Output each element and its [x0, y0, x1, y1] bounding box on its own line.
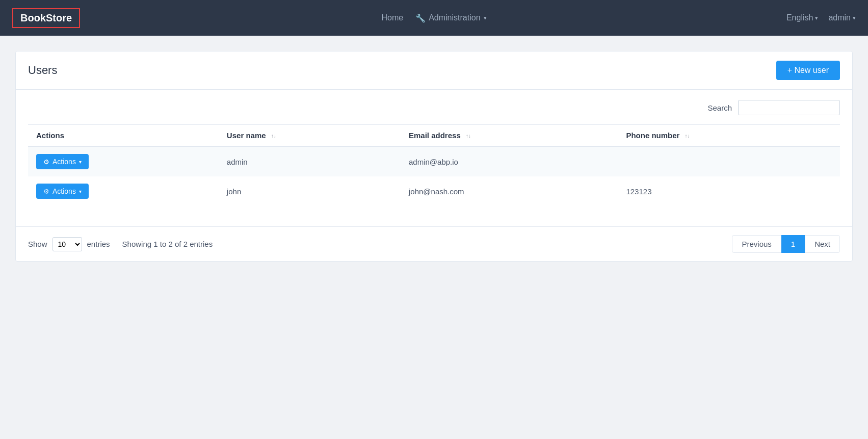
- col-email[interactable]: Email address ↑↓: [401, 125, 618, 147]
- users-table: Actions User name ↑↓ Email address ↑↓ Ph…: [28, 124, 840, 206]
- card-body: Search Actions User name ↑↓: [16, 90, 852, 216]
- admin-dropdown-arrow: ▾: [484, 15, 487, 21]
- nav-home[interactable]: Home: [381, 13, 403, 22]
- actions-label: Actions: [52, 158, 76, 166]
- cell-email-1: john@nash.com: [401, 176, 618, 206]
- actions-button-1[interactable]: ⚙Actions▾: [36, 184, 89, 199]
- previous-button[interactable]: Previous: [732, 235, 781, 253]
- cell-actions-0: ⚙Actions▾: [28, 146, 219, 176]
- users-card: Users + New user Search Actions User: [15, 51, 853, 262]
- table-header: Actions User name ↑↓ Email address ↑↓ Ph…: [28, 125, 840, 147]
- phone-sort-icon: ↑↓: [685, 134, 690, 139]
- language-label: English: [786, 13, 813, 22]
- entries-per-page-select[interactable]: 10 25 50 100: [52, 237, 82, 251]
- username-sort-icon: ↑↓: [271, 134, 276, 139]
- actions-label: Actions: [52, 187, 76, 195]
- main-content: Users + New user Search Actions User: [0, 36, 868, 277]
- show-label: Show: [28, 240, 47, 248]
- col-username-label: User name: [227, 131, 266, 140]
- col-phone[interactable]: Phone number ↑↓: [618, 125, 840, 147]
- actions-button-0[interactable]: ⚙Actions▾: [36, 154, 89, 169]
- navbar-right: English ▾ admin ▾: [786, 13, 856, 22]
- search-row: Search: [28, 100, 840, 115]
- new-user-button[interactable]: + New user: [776, 61, 840, 80]
- language-dropdown-arrow: ▾: [815, 15, 818, 21]
- cell-phone-1: 123123: [618, 176, 840, 206]
- card-header: Users + New user: [16, 51, 852, 90]
- user-label: admin: [828, 13, 851, 22]
- actions-caret: ▾: [79, 189, 82, 194]
- page-title: Users: [28, 64, 57, 77]
- wrench-icon: 🔧: [415, 13, 426, 23]
- cell-username-1: john: [219, 176, 401, 206]
- user-menu[interactable]: admin ▾: [828, 13, 856, 22]
- table-header-row: Actions User name ↑↓ Email address ↑↓ Ph…: [28, 125, 840, 147]
- entries-info: Showing 1 to 2 of 2 entries: [122, 240, 213, 248]
- cell-username-0: admin: [219, 146, 401, 176]
- col-actions: Actions: [28, 125, 219, 147]
- nav-admin-label: Administration: [429, 13, 480, 22]
- page-1-button[interactable]: 1: [781, 235, 805, 253]
- cell-email-0: admin@abp.io: [401, 146, 618, 176]
- brand-logo[interactable]: BookStore: [12, 8, 80, 28]
- card-footer: Show 10 25 50 100 entries Showing 1 to 2…: [16, 226, 852, 261]
- navbar: BookStore Home 🔧 Administration ▾ Englis…: [0, 0, 868, 36]
- next-button[interactable]: Next: [805, 235, 840, 253]
- entries-label: entries: [87, 240, 110, 248]
- col-username[interactable]: User name ↑↓: [219, 125, 401, 147]
- col-actions-label: Actions: [36, 131, 64, 140]
- table-body: ⚙Actions▾adminadmin@abp.io⚙Actions▾johnj…: [28, 146, 840, 206]
- gear-icon: ⚙: [43, 188, 49, 195]
- email-sort-icon: ↑↓: [466, 134, 471, 139]
- search-label: Search: [707, 104, 732, 112]
- cell-phone-0: [618, 146, 840, 176]
- pagination: Previous 1 Next: [732, 235, 840, 253]
- search-input[interactable]: [738, 100, 840, 115]
- nav-administration[interactable]: 🔧 Administration ▾: [415, 13, 486, 23]
- language-selector[interactable]: English ▾: [786, 13, 818, 22]
- gear-icon: ⚙: [43, 158, 49, 166]
- cell-actions-1: ⚙Actions▾: [28, 176, 219, 206]
- col-phone-label: Phone number: [626, 131, 679, 140]
- table-row: ⚙Actions▾johnjohn@nash.com123123: [28, 176, 840, 206]
- actions-caret: ▾: [79, 159, 82, 165]
- table-row: ⚙Actions▾adminadmin@abp.io: [28, 146, 840, 176]
- user-dropdown-arrow: ▾: [853, 15, 856, 21]
- col-email-label: Email address: [409, 131, 461, 140]
- navbar-center: Home 🔧 Administration ▾: [381, 13, 486, 23]
- show-entries: Show 10 25 50 100 entries: [28, 237, 110, 251]
